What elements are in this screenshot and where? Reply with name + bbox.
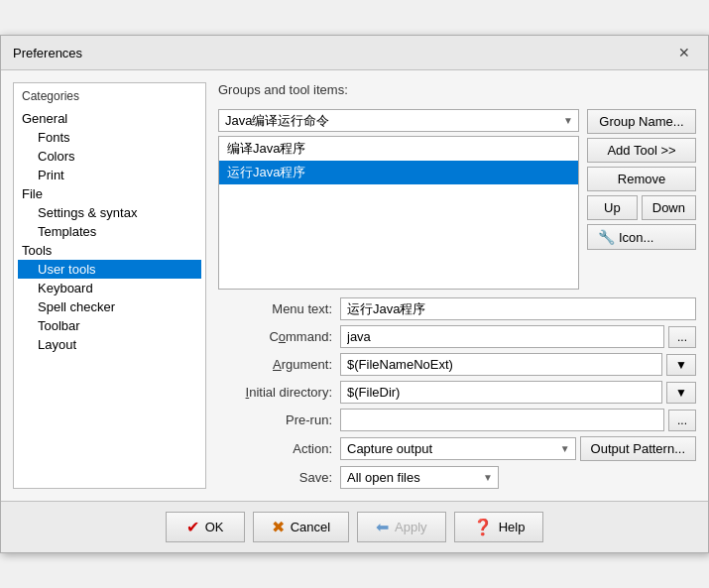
save-row: Save: All open files Current file None ▼ [218,466,696,489]
button-bar: ✔ OK ✖ Cancel ⬅ Apply ❓ Help [1,501,708,552]
initial-dir-label: Initial directory: [218,385,332,400]
command-browse-button[interactable]: ... [668,326,696,348]
initial-dir-input[interactable] [340,381,662,404]
sidebar-item-spell-checker[interactable]: Spell checker [18,297,201,316]
tool-item-run[interactable]: 运行Java程序 [219,161,578,184]
groups-right: Group Name... Add Tool >> Remove Up Down… [587,109,696,250]
ok-label: OK [205,520,224,534]
sidebar-item-colors[interactable]: Colors [18,147,201,166]
tool-list: 编译Java程序 运行Java程序 [218,136,579,290]
group-name-button[interactable]: Group Name... [587,109,696,134]
sidebar-item-layout[interactable]: Layout [18,335,201,354]
pre-run-row: Pre-run: ... [218,409,696,431]
action-input-container: Capture output Run in terminal No output… [340,436,696,461]
sidebar-item-tools[interactable]: Tools [18,241,201,260]
argument-label: Argument: [218,357,332,372]
action-dropdown-container: Capture output Run in terminal No output… [340,437,576,460]
menu-text-row: Menu text: [218,297,696,320]
sidebar-item-file[interactable]: File [18,184,201,203]
wrench-icon: 🔧 [598,229,615,245]
sidebar-item-general[interactable]: General [18,109,201,128]
remove-button[interactable]: Remove [587,167,696,191]
initial-dir-row: Initial directory: ▼ [218,381,696,404]
add-tool-button[interactable]: Add Tool >> [587,138,696,163]
tool-item-compile[interactable]: 编译Java程序 [219,137,578,161]
icon-button[interactable]: 🔧 Icon... [587,224,696,250]
action-label: Action: [218,441,332,456]
form-section: Menu text: Command: ... Argument: [218,297,696,489]
title-bar: Preferences ✕ [1,36,708,70]
sidebar-item-templates[interactable]: Templates [18,222,201,241]
cancel-x-icon: ✖ [272,518,285,536]
groups-left: Java编译运行命令 ▼ 编译Java程序 运行Java程序 [218,109,579,290]
save-input-container: All open files Current file None ▼ [340,466,696,489]
group-dropdown[interactable]: Java编译运行命令 [218,109,579,132]
save-dropdown[interactable]: All open files Current file None [340,466,499,489]
save-dropdown-container: All open files Current file None ▼ [340,466,499,489]
close-button[interactable]: ✕ [672,44,696,61]
sidebar-item-print[interactable]: Print [18,166,201,184]
pre-run-label: Pre-run: [218,412,332,427]
sidebar-item-user-tools[interactable]: User tools [18,260,201,279]
preferences-dialog: Preferences ✕ Categories General Fonts C… [0,35,709,553]
help-label: Help [499,520,526,534]
sidebar-item-keyboard[interactable]: Keyboard [18,279,201,297]
cancel-button[interactable]: ✖ Cancel [253,512,349,542]
command-row: Command: ... [218,325,696,348]
command-input-container: ... [340,325,696,348]
menu-text-label: Menu text: [218,301,332,316]
categories-panel: Categories General Fonts Colors Print Fi… [13,82,206,489]
argument-input-container: ▼ [340,353,696,376]
apply-arrow-icon: ⬅ [376,518,389,536]
sidebar-item-toolbar[interactable]: Toolbar [18,316,201,335]
argument-row: Argument: ▼ [218,353,696,376]
categories-title: Categories [18,87,201,109]
help-question-icon: ❓ [473,518,493,536]
groups-section-title: Groups and tool items: [218,82,696,97]
initial-dir-input-container: ▼ [340,381,696,404]
menu-text-input[interactable] [340,297,696,320]
dialog-body: Categories General Fonts Colors Print Fi… [1,70,708,501]
pre-run-input-container: ... [340,409,696,431]
pre-run-browse-button[interactable]: ... [668,410,696,431]
sidebar-item-fonts[interactable]: Fonts [18,128,201,147]
ok-check-icon: ✔ [186,518,199,536]
up-button[interactable]: Up [587,195,638,220]
action-row: Action: Capture output Run in terminal N… [218,436,696,461]
apply-label: Apply [395,520,427,534]
apply-button[interactable]: ⬅ Apply [357,512,446,542]
groups-row: Java编译运行命令 ▼ 编译Java程序 运行Java程序 Group Nam… [218,109,696,290]
cancel-label: Cancel [291,520,330,534]
argument-dropdown-button[interactable]: ▼ [666,354,696,376]
command-label: Command: [218,329,332,344]
content-panel: Groups and tool items: Java编译运行命令 ▼ 编译Ja… [218,82,696,489]
initial-dir-dropdown-button[interactable]: ▼ [666,382,696,404]
help-button[interactable]: ❓ Help [454,512,544,542]
command-input[interactable] [340,325,664,348]
menu-text-input-container [340,297,696,320]
dialog-title: Preferences [13,46,82,60]
ok-button[interactable]: ✔ OK [166,512,245,542]
action-dropdown[interactable]: Capture output Run in terminal No output [340,437,576,460]
pre-run-input[interactable] [340,409,664,431]
argument-input[interactable] [340,353,662,376]
group-dropdown-container: Java编译运行命令 ▼ [218,109,579,132]
sidebar-item-settings-syntax[interactable]: Settings & syntax [18,203,201,222]
output-pattern-button[interactable]: Output Pattern... [580,436,696,461]
icon-button-label: Icon... [619,230,653,245]
save-label: Save: [218,470,332,485]
up-down-row: Up Down [587,195,696,220]
down-button[interactable]: Down [642,195,696,220]
